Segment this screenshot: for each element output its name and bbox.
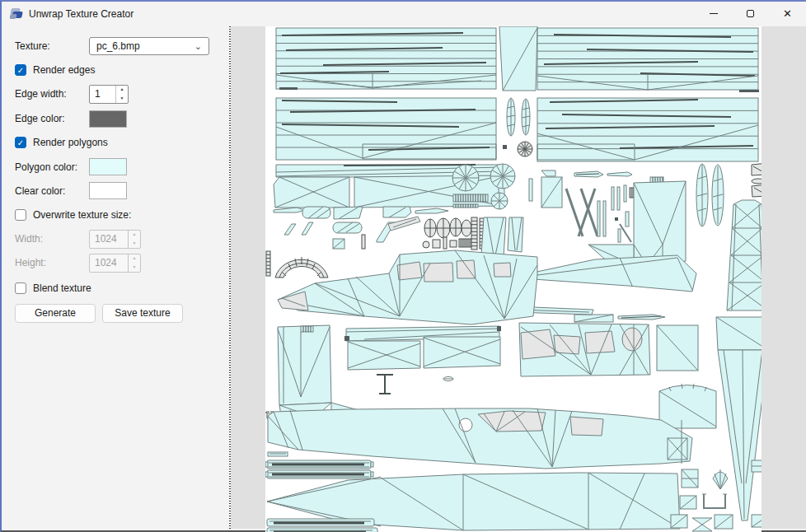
edge-width-label: Edge width:: [15, 85, 67, 104]
render-edges-row: ✓ Render edges: [15, 64, 95, 76]
clear-color-label: Clear color:: [15, 182, 65, 200]
render-edges-label: Render edges: [33, 64, 95, 76]
preview-area: [231, 26, 806, 529]
edge-width-stepper[interactable]: 1 ▲▼: [89, 85, 129, 104]
render-polygons-row: ✓ Render polygons: [15, 137, 108, 148]
check-icon: ✓: [17, 138, 24, 147]
save-texture-button[interactable]: Save texture: [102, 304, 183, 323]
uv-unwrap-svg: [265, 26, 761, 532]
minimize-icon: [710, 13, 718, 14]
overwrite-size-row: Overwrite texture size:: [15, 209, 131, 221]
overwrite-size-label: Overwrite texture size:: [33, 209, 131, 221]
edge-color-swatch[interactable]: [89, 110, 127, 128]
edge-color-label: Edge color:: [15, 110, 65, 128]
blend-texture-row: Blend texture: [15, 282, 91, 294]
app-icon: [10, 7, 24, 21]
edge-width-down-button[interactable]: ▼: [116, 95, 128, 104]
width-down-button: ▼: [129, 240, 140, 249]
texture-preview: [265, 26, 761, 532]
height-down-button: ▼: [129, 264, 140, 273]
texture-select-value: pc_6.bmp: [96, 40, 140, 52]
overwrite-size-checkbox[interactable]: [15, 209, 26, 221]
maximize-icon: [747, 10, 754, 17]
close-button[interactable]: ✕: [769, 2, 806, 26]
blend-texture-label: Blend texture: [33, 282, 91, 294]
controls-sidebar: Texture: pc_6.bmp ⌄ ✓ Render edges Edge …: [3, 26, 229, 529]
render-edges-checkbox[interactable]: ✓: [15, 64, 26, 76]
texture-select[interactable]: pc_6.bmp ⌄: [89, 37, 209, 55]
chevron-down-icon: ⌄: [194, 42, 202, 50]
blend-texture-checkbox[interactable]: [15, 282, 26, 294]
close-icon: ✕: [783, 7, 792, 20]
height-label: Height:: [15, 254, 46, 273]
clear-color-swatch[interactable]: [89, 182, 127, 199]
edge-width-value: 1: [90, 86, 115, 103]
texture-label: Texture:: [15, 37, 50, 55]
minimize-button[interactable]: [695, 2, 732, 26]
width-up-button: ▲: [129, 231, 140, 240]
width-label: Width:: [15, 230, 43, 249]
app-window: Unwrap Texture Creator ✕ Texture: pc_6.b…: [0, 0, 806, 532]
render-polygons-label: Render polygons: [33, 137, 108, 148]
polygon-color-label: Polygon color:: [15, 158, 77, 176]
width-stepper: 1024 ▲▼: [89, 230, 141, 249]
generate-button[interactable]: Generate: [15, 304, 96, 323]
check-icon: ✓: [17, 66, 24, 75]
polygon-color-swatch[interactable]: [89, 158, 127, 175]
height-up-button: ▲: [129, 254, 140, 264]
maximize-button[interactable]: [732, 2, 769, 26]
height-value: 1024: [90, 254, 128, 272]
edge-width-up-button[interactable]: ▲: [116, 86, 128, 95]
render-polygons-checkbox[interactable]: ✓: [15, 137, 26, 148]
window-title: Unwrap Texture Creator: [29, 2, 134, 26]
width-value: 1024: [90, 231, 128, 248]
title-bar: Unwrap Texture Creator ✕: [2, 2, 806, 26]
height-stepper: 1024 ▲▼: [89, 254, 141, 273]
